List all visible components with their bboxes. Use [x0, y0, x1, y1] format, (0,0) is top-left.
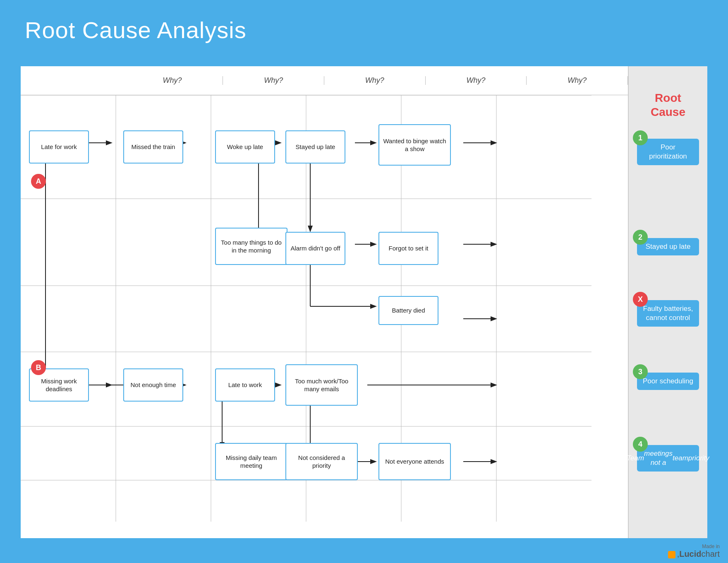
root-cause-title: RootCause [651, 91, 685, 119]
col-header-why2: Why? [223, 76, 324, 85]
box-late-to-work: Late to work [215, 368, 275, 402]
watermark: Made in ,Lucidchart [668, 544, 720, 559]
box-not-everyone: Not everyone attends [378, 443, 451, 480]
box-missing-meeting: Missing daily team meeting [215, 443, 287, 480]
box-missed-train: Missed the train [123, 130, 183, 164]
col-header-why5: Why? [527, 76, 628, 85]
main-area: Why? Why? Why? Why? Why? [21, 66, 707, 538]
rc-box-1: Poor prioritization [637, 139, 699, 165]
watermark-made-in: Made in [702, 544, 720, 549]
row-label-a: A [31, 174, 46, 189]
root-cause-column: RootCause 1 Poor prioritization 2 Stayed… [629, 66, 707, 538]
col-header-why3: Why? [324, 76, 426, 85]
box-not-considered: Not considered a priority [285, 443, 358, 480]
box-too-many-morning: Too many things to do in the morning [215, 228, 287, 265]
rc-circle-x: X [633, 292, 648, 307]
diagram-area: Why? Why? Why? Why? Why? [21, 66, 629, 538]
rc-box-x: Faulty batteries, cannot control [637, 300, 699, 327]
column-headers: Why? Why? Why? Why? Why? [21, 66, 628, 95]
col-header-why1: Why? [122, 76, 223, 85]
box-alarm-didnt: Alarm didn't go off [285, 232, 345, 265]
box-not-enough-time: Not enough time [123, 368, 183, 402]
watermark-brand: ,Lucidchart [668, 549, 720, 559]
box-stayed-up-late: Stayed up late [285, 130, 345, 164]
row-label-b: B [31, 360, 46, 375]
rc-box-4: Team meetings not a team priority [637, 445, 699, 472]
box-late-for-work: Late for work [29, 130, 89, 164]
box-forgot-set: Forgot to set it [378, 232, 438, 265]
rc-circle-4: 4 [633, 437, 648, 452]
box-battery-died: Battery died [378, 296, 438, 325]
rc-circle-1: 1 [633, 130, 648, 145]
page-header: Root Cause Analysis [0, 0, 728, 56]
box-too-much-work: Too much work/Too many emails [285, 364, 358, 406]
rc-circle-3: 3 [633, 364, 648, 379]
rc-circle-2: 2 [633, 230, 648, 245]
col-header-why4: Why? [426, 76, 527, 85]
page-title: Root Cause Analysis [25, 17, 703, 43]
box-wanted-binge: Wanted to binge watch a show [378, 124, 451, 166]
box-woke-up-late: Woke up late [215, 130, 275, 164]
